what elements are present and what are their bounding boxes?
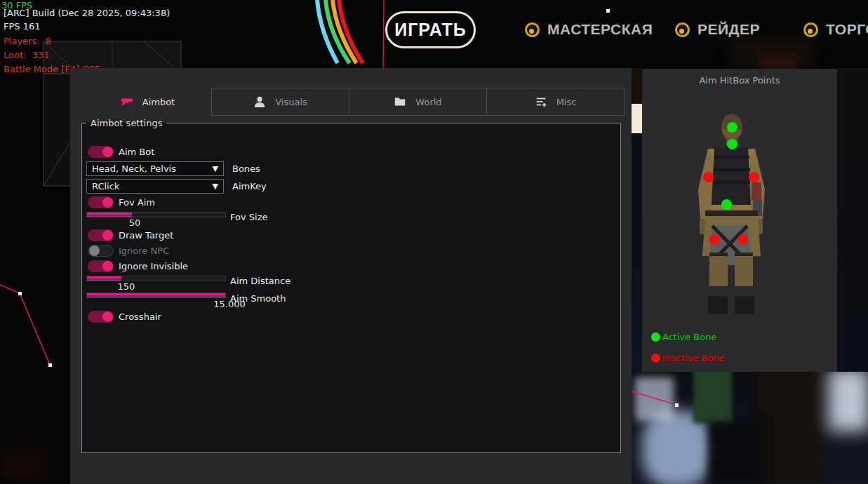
chevron-down-icon: ▼	[213, 164, 218, 173]
snow-blob	[642, 410, 712, 484]
folder-icon	[394, 95, 406, 108]
hitbox-point-right-knee[interactable]	[737, 234, 748, 245]
toggle-label: Ignore Invisible	[119, 261, 188, 271]
hitbox-point-left-knee[interactable]	[709, 234, 720, 245]
play-button[interactable]: ИГРАТЬ	[385, 11, 476, 48]
toggle-knob	[89, 246, 100, 256]
active-bone-legend-label: Active Bone	[662, 332, 716, 342]
toggle-knob	[102, 261, 113, 271]
aim-smooth-slider[interactable]	[86, 293, 226, 298]
inactive-bone-legend-label: Inactive Bone	[662, 353, 725, 363]
coin-icon	[525, 22, 540, 37]
aimkey-dropdown[interactable]: RClick ▼	[86, 179, 224, 194]
menu-item-label: РЕЙДЕР	[697, 21, 760, 38]
hitbox-panel: Aim HitBox Points	[642, 69, 837, 372]
active-bone-legend-dot	[651, 332, 660, 342]
hitbox-point-pelvis[interactable]	[721, 199, 732, 210]
hitbox-point-neck[interactable]	[727, 139, 737, 149]
aim-distance-value: 150	[105, 281, 147, 292]
pistol-icon	[121, 95, 133, 108]
tracer-line-vertical	[383, 0, 384, 68]
menu-item-raider[interactable]: РЕЙДЕР	[675, 20, 760, 39]
light-bars-blob	[635, 377, 674, 421]
ignore-npc-toggle[interactable]	[88, 245, 114, 257]
aimbot-settings-group: Aimbot settings Aim Bot Head, Neck, Pelv…	[81, 118, 621, 453]
background-brown-blob	[730, 39, 814, 68]
aim-distance-slider[interactable]	[86, 276, 226, 281]
tab-label: Misc	[556, 97, 577, 107]
background-gap-navy	[632, 133, 642, 372]
group-title: Aimbot settings	[86, 118, 166, 128]
aim-distance-label: Aim Distance	[230, 276, 291, 286]
toggle-label: Crosshair	[119, 311, 161, 322]
inactive-bone-legend-dot	[651, 354, 660, 363]
fov-aim-toggle[interactable]	[88, 196, 114, 208]
background-light-window	[632, 104, 642, 133]
screen: 30 FPS [ARC] Build (Dec 28 2025, 09:43:3…	[0, 0, 868, 484]
hitbox-point-head[interactable]	[727, 122, 737, 133]
esp-marker-square	[606, 9, 610, 13]
shadow-blob	[709, 422, 765, 484]
draw-target-toggle[interactable]	[88, 229, 114, 241]
exit-sign-blob	[693, 369, 732, 424]
menu-item-label: ТОРГО	[826, 21, 868, 38]
chevron-down-icon: ▼	[213, 182, 218, 191]
slider-fill	[87, 276, 121, 281]
toggle-knob	[102, 197, 113, 208]
dropdown-value: Head, Neck, Pelvis	[92, 163, 176, 174]
toggle-knob	[102, 230, 113, 241]
ignore-invisible-toggle[interactable]	[88, 260, 114, 272]
aimkey-label: AimKey	[232, 181, 267, 191]
coin-icon	[675, 22, 690, 37]
tab-label: Aimbot	[142, 97, 175, 107]
build-info: [ARC] Build (Dec 28 2025, 09:43:38)	[4, 8, 170, 18]
tab-label: World	[415, 97, 441, 107]
esp-marker-square	[18, 292, 22, 295]
tab-world[interactable]: World	[349, 88, 487, 116]
background-right-strip	[837, 68, 868, 372]
esp-marker-square	[48, 363, 52, 367]
coin-icon	[803, 22, 818, 37]
tab-aimbot[interactable]: Aimbot	[90, 88, 206, 116]
toggle-label: Fov Aim	[119, 197, 155, 208]
playlist-icon	[535, 95, 547, 108]
background-corner-blob	[0, 445, 49, 484]
cheat-menu-panel: Aimbot Visuals World	[70, 68, 632, 484]
hitbox-point-left-elbow[interactable]	[703, 172, 714, 182]
background-maroon-blob	[761, 56, 796, 68]
slider-fill	[87, 213, 132, 217]
tab-label: Visuals	[275, 97, 307, 107]
slider-fill	[87, 293, 225, 297]
bright-blob	[828, 368, 868, 431]
fov-size-slider[interactable]	[86, 212, 226, 217]
rainbow-stripes	[317, 0, 363, 63]
game-scene-background	[630, 365, 868, 484]
fov-size-label: Fov Size	[230, 212, 267, 222]
fov-size-value: 50	[114, 217, 156, 228]
background-gap-top	[632, 68, 642, 104]
toggle-knob	[102, 311, 113, 322]
players-count: Players: 8	[4, 36, 51, 46]
fps-label: FPS 161	[4, 21, 41, 32]
toggle-knob	[102, 147, 113, 157]
toggle-label: Aim Bot	[119, 147, 154, 157]
aim-bot-toggle[interactable]	[88, 146, 114, 158]
dark-column-blob	[754, 366, 821, 484]
menu-item-label: МАСТЕРСКАЯ	[547, 21, 653, 38]
menu-item-trade[interactable]: ТОРГО	[803, 20, 868, 39]
tab-misc[interactable]: Misc	[486, 88, 625, 116]
hitbox-point-right-elbow[interactable]	[749, 172, 759, 182]
crosshair-toggle[interactable]	[88, 311, 114, 323]
aim-smooth-label: Aim Smooth	[230, 293, 286, 304]
menu-item-workshop[interactable]: МАСТЕРСКАЯ	[525, 20, 653, 39]
loot-count: Loot: 331	[4, 50, 49, 60]
bones-dropdown[interactable]: Head, Neck, Pelvis ▼	[86, 161, 224, 176]
hitbox-panel-title: Aim HitBox Points	[642, 75, 837, 86]
toggle-label: Ignore NPC	[119, 246, 169, 256]
tab-visuals[interactable]: Visuals	[211, 88, 349, 116]
esp-marker-square	[675, 403, 679, 407]
bones-label: Bones	[232, 163, 260, 174]
toggle-label: Draw Target	[119, 230, 173, 241]
person-icon	[253, 95, 266, 108]
dropdown-value: RClick	[92, 181, 119, 191]
